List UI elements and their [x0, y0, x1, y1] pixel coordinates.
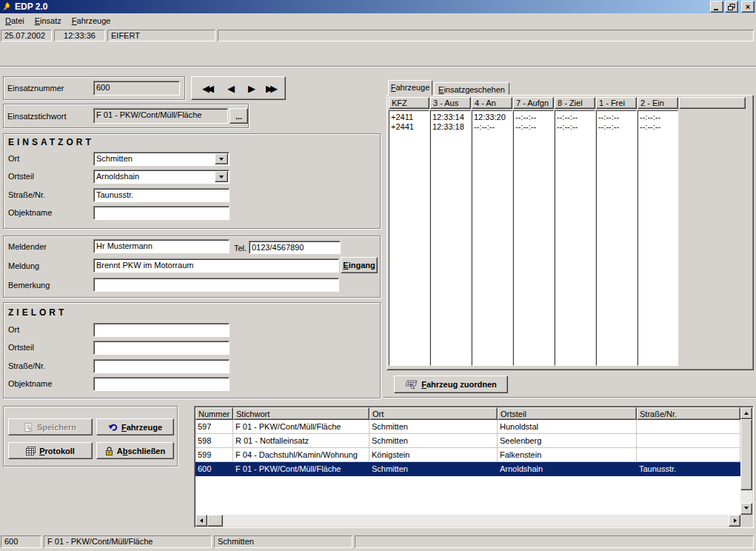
zielort-title: ZIELORT [8, 307, 67, 318]
nav-first-button[interactable]: ◀◀ [198, 80, 217, 96]
vehicle-list-an[interactable]: 12:33:20 --:--:-- [472, 110, 512, 366]
vehicle-cell[interactable]: --:--:-- [557, 113, 593, 122]
vehicle-col-header-an[interactable]: 4 - An [472, 97, 512, 109]
fahrzeug-zuordnen-button[interactable]: Fahrzeug zuordnen [394, 375, 508, 393]
arrow-up-icon [744, 410, 749, 415]
ziel-ortsteil-input[interactable] [93, 341, 230, 355]
ziel-objektname-label: Objektname [8, 379, 52, 389]
status-time: 12:33:36 [54, 30, 105, 41]
speichern-button[interactable]: Speichern [8, 418, 93, 435]
grid-row-600[interactable]: 600 F 01 - PKW/Cont/Müll/Fläche Schmitte… [195, 462, 740, 476]
strasse-input[interactable]: Taunusstr. [93, 188, 230, 202]
bemerkung-input[interactable] [93, 278, 339, 292]
abschliessen-button[interactable]: Abschließen [96, 442, 174, 459]
ziel-strasse-input[interactable] [93, 359, 230, 373]
zielort-box: ZIELORT Ort Ortsteil Straße/Nr. Objektna… [3, 302, 381, 398]
scroll-down-button[interactable] [740, 503, 752, 515]
meldung-input[interactable]: Brennt PKW im Motorraum [93, 258, 339, 273]
einsatznummer-label: Einsatznummer [7, 84, 64, 93]
tab-einsatzgeschehen[interactable]: Einsatzgeschehen [434, 82, 509, 95]
ort-dropdown-button[interactable] [215, 153, 228, 164]
vehicle-col-header-aus[interactable]: 3 - Aus [430, 97, 471, 109]
previous-record-icon: ◀ [229, 83, 232, 94]
vehicle-cell[interactable]: --:--:-- [640, 122, 676, 132]
grid-vscrollbar[interactable] [740, 407, 752, 515]
nav-last-button[interactable]: ▶▶ [261, 80, 281, 96]
tel-input[interactable]: 0123/4567890 [249, 241, 341, 254]
grid-hscrollbar[interactable] [195, 515, 740, 527]
tab-fahrzeuge[interactable]: Fahrzeuge [388, 80, 432, 96]
protokoll-button[interactable]: Protokoll [8, 442, 93, 459]
objektname-input[interactable] [93, 206, 230, 220]
eingang-button[interactable]: Eingang [341, 257, 378, 273]
fahrzeuge-button[interactable]: Fahrzeuge [96, 418, 174, 435]
menu-einsatz[interactable]: Einsatz [30, 14, 67, 27]
vehicle-list-ziel[interactable]: --:--:-- --:--:-- [555, 110, 595, 366]
vehicle-cell[interactable]: --:--:-- [598, 122, 635, 132]
ort-combobox[interactable]: Schmitten [93, 152, 230, 166]
chevron-down-icon [219, 176, 224, 181]
menu-fahrzeuge[interactable]: Fahrzeuge [67, 14, 116, 27]
einsatzstichwort-field[interactable]: F 01 - PKW/Cont/Müll/Fläche [93, 108, 228, 124]
ziel-strasse-label: Straße/Nr. [8, 361, 45, 371]
close-button[interactable]: × [741, 1, 755, 13]
grid-col-nummer[interactable]: Nummer [195, 407, 233, 420]
vehicle-list-aus[interactable]: 12:33:14 12:33:18 [430, 110, 471, 366]
scroll-right-button[interactable] [729, 515, 740, 527]
vehicle-cell[interactable]: --:--:-- [515, 113, 552, 122]
einsatzstichwort-label: Einsatzstichwort [7, 112, 66, 121]
vehicle-col-header-kfz[interactable]: KFZ [389, 97, 429, 109]
scroll-left-button[interactable] [195, 515, 207, 527]
vehicle-cell[interactable]: 12:33:18 [432, 122, 469, 132]
vehicle-cell[interactable]: --:--:-- [474, 122, 510, 132]
ziel-ort-input[interactable] [93, 323, 230, 337]
einsatznummer-field[interactable]: 600 [93, 81, 180, 96]
record-navigator: ◀◀ ◀ ▶ ▶▶ [191, 76, 286, 100]
minimize-button[interactable] [710, 1, 723, 13]
vehicle-cell[interactable]: --:--:-- [640, 113, 676, 122]
vehicle-col-header-frei[interactable]: 1 - Frei [596, 97, 637, 109]
vehicle-col-header-ein[interactable]: 2 - Ein [638, 97, 678, 109]
grid-row-599[interactable]: 599 F 04 - Dachstuhl/Kamin/Wohnung König… [195, 448, 740, 462]
ortsteil-combobox[interactable]: Arnoldshain [93, 170, 230, 184]
vehicle-col-header-blank[interactable] [679, 97, 746, 109]
statusbar-ort: Schmitten [214, 535, 352, 548]
meldender-input[interactable]: Hr Mustermann [93, 239, 230, 253]
save-icon [24, 423, 33, 432]
nav-next-button[interactable]: ▶ [242, 80, 260, 96]
vehicle-cell[interactable]: --:--:-- [515, 122, 552, 132]
vehicle-cell[interactable]: 12:33:14 [432, 113, 469, 122]
vehicle-list-frei[interactable]: --:--:-- --:--:-- [596, 110, 637, 366]
ortsteil-dropdown-button[interactable] [215, 171, 228, 182]
vscroll-track[interactable] [740, 490, 752, 503]
scroll-up-button[interactable] [740, 407, 752, 419]
vehicle-cell[interactable]: +2441 [391, 122, 427, 132]
ziel-objektname-input[interactable] [93, 377, 230, 391]
grid-col-strasse[interactable]: Straße/Nr. [637, 407, 740, 420]
hscroll-thumb[interactable] [207, 515, 223, 527]
grid-row-597[interactable]: 597 F 01 - PKW/Cont/Müll/Fläche Schmitte… [195, 420, 740, 434]
vehicle-list-ein[interactable]: --:--:-- --:--:-- [638, 110, 678, 366]
vehicle-list-aufgn[interactable]: --:--:-- --:--:-- [513, 110, 554, 366]
vehicle-col-header-aufgn[interactable]: 7 - Aufgn [513, 97, 554, 109]
restore-button[interactable] [725, 1, 738, 13]
hscroll-track[interactable] [223, 515, 729, 527]
menu-datei[interactable]: Datei [0, 14, 30, 27]
vehicle-cell[interactable]: 12:33:20 [474, 113, 510, 122]
ziel-ort-label: Ort [8, 325, 19, 335]
grid-col-stichwort[interactable]: Stichwort [233, 407, 369, 420]
einsatzstichwort-box: Einsatzstichwort F 01 - PKW/Cont/Müll/Fl… [3, 104, 249, 128]
vscroll-thumb[interactable] [740, 419, 752, 490]
vehicle-cell[interactable]: --:--:-- [598, 113, 635, 122]
grid-row-598[interactable]: 598 R 01 - Notfalleinsatz Schmitten Seel… [195, 434, 740, 448]
vehicle-cell[interactable]: +2411 [391, 113, 427, 122]
bemerkung-label: Bemerkung [8, 281, 50, 290]
vehicle-list-kfz[interactable]: +2411 +2441 [389, 110, 429, 366]
nav-prev-button[interactable]: ◀ [221, 80, 239, 96]
arrow-down-icon [744, 507, 749, 512]
vehicle-col-header-ziel[interactable]: 8 - Ziel [555, 97, 595, 109]
grid-col-ort[interactable]: Ort [369, 407, 498, 420]
grid-col-ortsteil[interactable]: Ortsteil [498, 407, 637, 420]
vehicle-cell[interactable]: --:--:-- [557, 122, 593, 132]
stichwort-browse-button[interactable]: ... [230, 108, 248, 124]
